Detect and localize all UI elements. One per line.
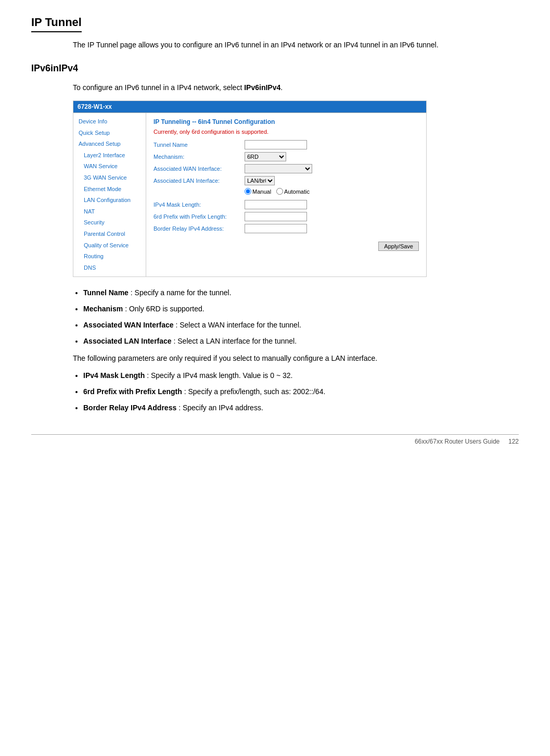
border-relay-label: Border Relay IPv4 Address:	[154, 225, 245, 232]
assoc-lan-select[interactable]: LAN/br0	[245, 176, 275, 185]
manual-label-text: Manual	[252, 188, 271, 195]
bullet-def-border-relay: : Specify an IPv4 address.	[178, 404, 263, 412]
router-titlebar: 6728-W1-xx	[73, 101, 426, 112]
router-page-title: IP Tunneling -- 6in4 Tunnel Configuratio…	[154, 118, 419, 125]
sidebar-item-routing[interactable]: Routing	[73, 251, 146, 262]
apply-save-button[interactable]: Apply/Save	[378, 242, 419, 251]
automatic-label-text: Automatic	[284, 188, 310, 195]
sidebar-item-lan-config[interactable]: LAN Configuration	[73, 195, 146, 206]
bullet-def-tunnel-name: : Specify a name for the tunnel.	[131, 288, 232, 297]
tunnel-name-input[interactable]	[245, 140, 307, 149]
manual-radio[interactable]	[245, 188, 251, 195]
assoc-lan-row: Associated LAN Interface: LAN/br0	[154, 176, 419, 185]
bullet-term-mechanism: Mechanism	[83, 305, 123, 313]
mechanism-row: Mechanism: 6RD	[154, 152, 419, 161]
prefix-input[interactable]	[245, 212, 307, 221]
bullet-term-assoc-wan: Associated WAN Interface	[83, 321, 174, 329]
bullet-def-6rd-prefix: : Specify a prefix/length, such as: 2002…	[184, 387, 326, 396]
bullet-term-assoc-lan: Associated LAN Interface	[83, 337, 172, 345]
footer-page: 122	[508, 438, 519, 445]
subsection-title: IPv6inIPv4	[31, 63, 519, 74]
form-table: Tunnel Name Mechanism: 6RD As	[154, 140, 419, 233]
bullet-list-1: Tunnel Name : Specify a name for the tun…	[73, 287, 519, 347]
bullet-def-assoc-wan: : Select a WAN interface for the tunnel.	[175, 321, 301, 329]
bullet-item-border-relay: Border Relay IPv4 Address : Specify an I…	[83, 402, 519, 413]
border-relay-control[interactable]	[245, 224, 307, 233]
sidebar-item-quality-service[interactable]: Quality of Service	[73, 240, 146, 251]
sidebar-item-quick-setup[interactable]: Quick Setup	[73, 128, 146, 139]
ipv4-mask-row: IPv4 Mask Length:	[154, 200, 419, 209]
assoc-lan-control[interactable]: LAN/br0	[245, 176, 275, 185]
bullet-item-mechanism: Mechanism : Only 6RD is supported.	[83, 304, 519, 314]
prefix-label: 6rd Prefix with Prefix Length:	[154, 213, 245, 220]
sidebar-item-ethernet-mode[interactable]: Ethernet Mode	[73, 184, 146, 195]
bullet-item-ipv4-mask: IPv4 Mask Length : Specify a IPv4 mask l…	[83, 370, 519, 381]
assoc-wan-row: Associated WAN Interface:	[154, 164, 419, 173]
bullet-item-assoc-lan: Associated LAN Interface : Select a LAN …	[83, 336, 519, 347]
bullet-term-6rd-prefix: 6rd Prefix with Prefix Length	[83, 387, 182, 396]
prefix-control[interactable]	[245, 212, 307, 221]
ipv4-mask-control[interactable]	[245, 200, 307, 209]
section-intro: The IP Tunnel page allows you to configu…	[73, 40, 519, 51]
following-text: The following parameters are only requir…	[73, 353, 519, 364]
sidebar-item-3g-wan[interactable]: 3G WAN Service	[73, 172, 146, 184]
footer-text: 66xx/67xx Router Users Guide	[415, 438, 500, 445]
router-info-text: Currently, only 6rd configuration is sup…	[154, 129, 419, 135]
prefix-row: 6rd Prefix with Prefix Length:	[154, 212, 419, 221]
sidebar-item-layer2[interactable]: Layer2 Interface	[73, 150, 146, 161]
tunnel-name-control[interactable]	[245, 140, 307, 149]
mechanism-select[interactable]: 6RD	[245, 152, 286, 161]
page-title: IP Tunnel	[31, 16, 82, 32]
bullet-item-assoc-wan: Associated WAN Interface : Select a WAN …	[83, 320, 519, 331]
sidebar-item-advanced-setup[interactable]: Advanced Setup	[73, 138, 146, 150]
assoc-wan-select[interactable]	[245, 164, 312, 173]
border-relay-row: Border Relay IPv4 Address:	[154, 224, 419, 233]
bullet-def-assoc-lan: : Select a LAN interface for the tunnel.	[174, 337, 297, 345]
border-relay-input[interactable]	[245, 224, 307, 233]
bullet-term-ipv4-mask: IPv4 Mask Length	[83, 371, 145, 380]
automatic-radio-label[interactable]: Automatic	[276, 188, 310, 195]
sidebar-item-security[interactable]: Security	[73, 217, 146, 229]
sidebar-item-wan-service[interactable]: WAN Service	[73, 161, 146, 172]
manual-radio-label[interactable]: Manual	[245, 188, 271, 195]
tunnel-name-label: Tunnel Name	[154, 142, 245, 148]
router-main: IP Tunneling -- 6in4 Tunnel Configuratio…	[146, 113, 426, 276]
ipv4-mask-input[interactable]	[245, 200, 307, 209]
bullet-term-tunnel-name: Tunnel Name	[83, 288, 129, 297]
radio-group: Manual Automatic	[245, 188, 310, 195]
bullet-list-2: IPv4 Mask Length : Specify a IPv4 mask l…	[73, 370, 519, 413]
assoc-wan-control[interactable]	[245, 164, 312, 173]
router-sidebar: Device Info Quick Setup Advanced Setup L…	[73, 113, 146, 276]
automatic-radio[interactable]	[276, 188, 283, 195]
bullet-item-tunnel-name: Tunnel Name : Specify a name for the tun…	[83, 287, 519, 298]
sidebar-item-parental-control[interactable]: Parental Control	[73, 229, 146, 240]
sidebar-item-device-info[interactable]: Device Info	[73, 116, 146, 128]
ipv4-mask-label: IPv4 Mask Length:	[154, 201, 245, 208]
sidebar-item-dns[interactable]: DNS	[73, 262, 146, 274]
bullet-def-ipv4-mask: : Specify a IPv4 mask length. Value is 0…	[147, 371, 292, 380]
tunnel-name-row: Tunnel Name	[154, 140, 419, 149]
page-footer: 66xx/67xx Router Users Guide 122	[31, 434, 519, 445]
bullet-item-6rd-prefix: 6rd Prefix with Prefix Length : Specify …	[83, 386, 519, 397]
assoc-lan-label: Associated LAN Interface:	[154, 178, 245, 184]
mechanism-control[interactable]: 6RD	[245, 152, 286, 161]
router-screenshot: 6728-W1-xx Device Info Quick Setup Advan…	[73, 100, 427, 277]
subsection-intro: To configure an IPv6 tunnel in a IPv4 ne…	[73, 82, 519, 93]
sidebar-item-nat[interactable]: NAT	[73, 206, 146, 218]
manual-auto-row: Manual Automatic	[154, 188, 419, 195]
assoc-wan-label: Associated WAN Interface:	[154, 166, 245, 172]
mechanism-label: Mechanism:	[154, 154, 245, 160]
bullet-def-mechanism: : Only 6RD is supported.	[125, 305, 204, 313]
bullet-term-border-relay: Border Relay IPv4 Address	[83, 404, 176, 412]
